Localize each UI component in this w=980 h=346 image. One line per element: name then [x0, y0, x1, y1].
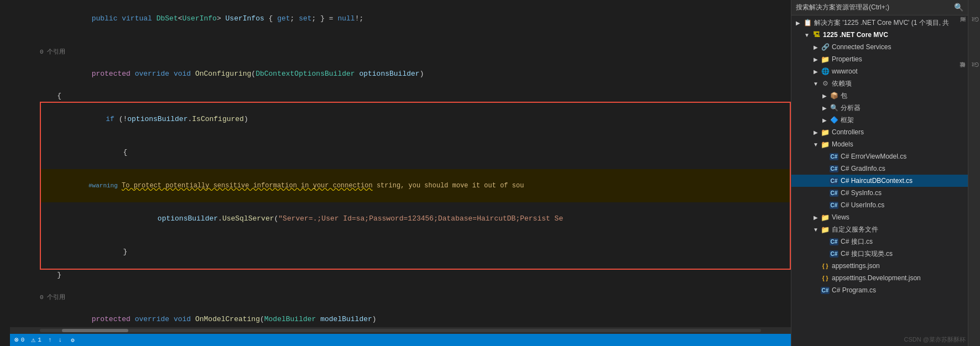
- tree-label-views: Views: [832, 213, 849, 221]
- tree-label-models: Models: [832, 140, 853, 148]
- tree-item-controllers[interactable]: ▶📁Controllers: [791, 126, 968, 138]
- tree-arrow-wwwroot[interactable]: ▶: [811, 69, 820, 75]
- tree-icon-haircutdbcontext: C#: [829, 177, 839, 185]
- tree-label-framework: 框架: [841, 116, 854, 125]
- warning-count: 1: [38, 337, 41, 343]
- error-indicator: ⊗ 0: [14, 335, 24, 344]
- tree-arrow-controllers[interactable]: ▶: [811, 129, 820, 135]
- scrollbar-thumb[interactable]: [62, 329, 128, 332]
- tree-item-userinfo[interactable]: C#C# UserInfo.cs: [791, 199, 968, 211]
- tree-icon-dependencies: ⚙: [820, 80, 830, 87]
- tree-arrow-project[interactable]: ▼: [802, 32, 811, 38]
- tree-icon-userinfo: C#: [829, 202, 839, 209]
- tree-icon-connected: 🔗: [820, 43, 830, 51]
- tree-item-project[interactable]: ▼🏗1225 .NET Core MVC: [791, 29, 968, 41]
- solution-explorer-title: 搜索解决方案资源管理器(Ctrl+;): [796, 3, 951, 12]
- tree-icon-analyzer: 🔍: [829, 104, 839, 112]
- tree-icon-solution: 📋: [802, 19, 812, 27]
- tree-icon-appsettings: { }: [820, 263, 830, 269]
- tree-icon-customservice: 📁: [820, 226, 830, 234]
- tree-arrow-connected[interactable]: ▶: [811, 44, 820, 50]
- solution-explorer-panel: 搜索解决方案资源管理器(Ctrl+;) 🔍 ▶📋解决方案 '1225 .NET …: [791, 0, 968, 346]
- nav-up[interactable]: ↑: [48, 337, 52, 343]
- tree-arrow-framework[interactable]: ▶: [820, 117, 829, 123]
- tree-item-analyzer[interactable]: ▶🔍分析器: [791, 102, 968, 114]
- tree-icon-wwwroot: 🌐: [820, 67, 830, 75]
- tree-label-connected: Connected Services: [832, 43, 891, 51]
- error-icon: ⊗: [14, 335, 19, 344]
- solution-explorer-search-icon[interactable]: 🔍: [954, 3, 963, 12]
- up-arrow-icon[interactable]: ↑: [48, 337, 52, 343]
- vertical-tab-git-repo[interactable]: Git 存储库: [958, 59, 981, 69]
- tree-label-wwwroot: wwwroot: [832, 67, 858, 75]
- tree-item-sysinfo[interactable]: C#C# SysInfo.cs: [791, 187, 968, 199]
- tree-item-gradinfo[interactable]: C#C# GradInfo.cs: [791, 162, 968, 175]
- tree-icon-properties: 📁: [820, 55, 830, 64]
- scrollbar-track: [40, 329, 761, 332]
- tree-label-customservice: 自定义服务文件: [832, 225, 878, 234]
- vertical-tab-git-changes[interactable]: Git 更改: [958, 14, 981, 24]
- tree-label-project: 1225 .NET Core MVC: [823, 31, 888, 39]
- down-arrow-icon[interactable]: ↓: [58, 337, 62, 343]
- tree-icon-project: 🏗: [811, 31, 821, 39]
- tree-label-program: C# Program.cs: [832, 286, 876, 294]
- tree-item-solution[interactable]: ▶📋解决方案 '1225 .NET Core MVC' (1 个项目, 共: [791, 17, 968, 29]
- tree-item-appsettings[interactable]: { }appsettings.json: [791, 260, 968, 272]
- tree-arrow-properties[interactable]: ▶: [811, 56, 820, 62]
- tree-arrow-analyzer[interactable]: ▶: [820, 105, 829, 111]
- code-line: protected override void OnModelCreating(…: [10, 303, 791, 327]
- tree-arrow-models[interactable]: ▼: [811, 141, 820, 148]
- tree-arrow-views[interactable]: ▶: [811, 214, 820, 221]
- tree-icon-errorviewmodel: C#: [829, 153, 839, 160]
- tree-label-controllers: Controllers: [832, 128, 864, 136]
- code-line: [10, 281, 791, 292]
- tree-arrow-dependencies[interactable]: ▼: [811, 81, 820, 87]
- tree-item-customservice[interactable]: ▼📁自定义服务文件: [791, 223, 968, 235]
- solution-explorer-header: 搜索解决方案资源管理器(Ctrl+;) 🔍: [791, 0, 968, 15]
- tree-item-package[interactable]: ▶📦包: [791, 90, 968, 102]
- tree-item-dependencies[interactable]: ▼⚙依赖项: [791, 77, 968, 90]
- left-indicator-gutter: [0, 0, 10, 346]
- tree-item-errorviewmodel[interactable]: C#C# ErrorViewModel.cs: [791, 150, 968, 162]
- nav-down[interactable]: ↓: [58, 337, 62, 343]
- tree-label-errorviewmodel: C# ErrorViewModel.cs: [841, 153, 906, 160]
- tree-label-gradinfo: C# GradInfo.cs: [841, 165, 885, 172]
- horizontal-scrollbar[interactable]: [10, 327, 791, 334]
- tree-item-views[interactable]: ▶📁Views: [791, 211, 968, 223]
- commit-icon-area: ⚙: [71, 337, 75, 344]
- tree-icon-views: 📁: [820, 213, 830, 222]
- tree-icon-models: 📁: [820, 140, 830, 149]
- tree-item-haircutdbcontext[interactable]: C#C# HaircutDBContext.cs: [791, 175, 968, 187]
- tree-item-interface[interactable]: C#C# 接口.cs: [791, 235, 968, 248]
- code-line-ref2: 0 个引用: [10, 292, 791, 303]
- code-line: optionsBuilder.UseSqlServer("Server=.;Us…: [41, 202, 790, 235]
- tree-label-sysinfo: C# SysInfo.cs: [841, 189, 882, 197]
- tree-item-framework[interactable]: ▶🔷框架: [791, 114, 968, 126]
- tree-icon-framework: 🔷: [829, 116, 839, 124]
- tree-item-appsettingsdev[interactable]: { }appsettings.Development.json: [791, 272, 968, 284]
- tree-label-appsettingsdev: appsettings.Development.json: [832, 274, 921, 282]
- tree-icon-program: C#: [820, 287, 830, 294]
- solution-tree[interactable]: ▶📋解决方案 '1225 .NET Core MVC' (1 个项目, 共▼🏗1…: [791, 15, 968, 346]
- code-line: public virtual DbSet<UserInfo> UserInfos…: [10, 2, 791, 35]
- tree-label-userinfo: C# UserInfo.cs: [841, 201, 884, 209]
- tree-item-impl[interactable]: C#C# 接口实现类.cs: [791, 248, 968, 260]
- code-lines: public virtual DbSet<UserInfo> UserInfos…: [10, 0, 791, 327]
- tree-icon-controllers: 📁: [820, 128, 830, 137]
- warning-icon: ⚠: [31, 335, 35, 344]
- tree-item-models[interactable]: ▼📁Models: [791, 138, 968, 150]
- tree-arrow-customservice[interactable]: ▼: [811, 227, 820, 233]
- status-bar: ⊗ 0 ⚠ 1 ↑ ↓ ⚙: [10, 334, 791, 346]
- warning-indicator: ⚠ 1: [31, 335, 41, 344]
- tree-arrow-solution[interactable]: ▶: [794, 20, 802, 26]
- error-count: 0: [21, 337, 25, 343]
- warning-line: #warning To protect potentially sensitiv…: [41, 169, 790, 202]
- tree-item-properties[interactable]: ▶📁Properties: [791, 53, 968, 65]
- tree-item-connected[interactable]: ▶🔗Connected Services: [791, 41, 968, 53]
- tree-item-program[interactable]: C#C# Program.cs: [791, 284, 968, 296]
- tree-label-solution: 解决方案 '1225 .NET Core MVC' (1 个项目, 共: [814, 18, 949, 28]
- watermark: CSDN @菜亦苏酥酥杯: [904, 335, 966, 344]
- warning-highlight-box: if (!optionsBuilder.IsConfigured) { #war…: [40, 102, 791, 270]
- tree-item-wwwroot[interactable]: ▶🌐wwwroot: [791, 65, 968, 77]
- tree-arrow-package[interactable]: ▶: [820, 93, 829, 99]
